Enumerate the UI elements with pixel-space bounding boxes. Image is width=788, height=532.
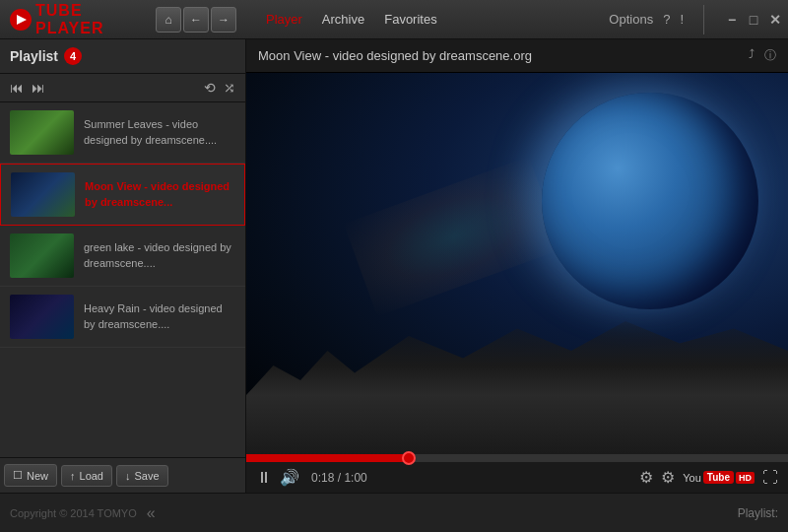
- controls-row: ⏸ 🔊 0:18 / 1:00 ⚙ ⚙ You Tube HD ⛶: [246, 462, 788, 493]
- playlist-header: Playlist 4: [0, 39, 245, 74]
- list-item[interactable]: green lake - video designed by dreamscen…: [0, 226, 245, 287]
- time-display: 0:18 / 1:00: [311, 471, 367, 485]
- new-label: New: [27, 470, 48, 482]
- item-title: Summer Leaves - video designed by dreams…: [84, 117, 235, 148]
- time-total: 1:00: [344, 471, 366, 485]
- item-title: green lake - video designed by dreamscen…: [84, 240, 235, 271]
- list-item[interactable]: Moon View - video designed by dreamscene…: [0, 164, 245, 226]
- settings-icon[interactable]: ⚙: [639, 468, 653, 487]
- copyright-text: Copyright © 2014 TOMYO: [10, 507, 137, 519]
- video-background: [246, 73, 788, 454]
- divider: [703, 5, 704, 34]
- app-logo: TUBE PLAYER: [35, 2, 146, 37]
- youtube-tube: Tube: [703, 471, 734, 484]
- item-thumbnail: [10, 110, 74, 155]
- list-item[interactable]: Summer Leaves - video designed by dreams…: [0, 102, 245, 164]
- menu-player[interactable]: Player: [266, 12, 302, 27]
- load-button[interactable]: ↑ Load: [61, 465, 112, 487]
- shuffle-button[interactable]: ⤮: [224, 80, 235, 96]
- player-titlebar: Moon View - video designed by dreamscene…: [246, 39, 788, 73]
- item-title: Moon View - video designed by dreamscene…: [85, 179, 234, 210]
- new-icon: ☐: [13, 469, 23, 482]
- menu-area: Player Archive Favorites: [246, 12, 609, 27]
- player-header-icons: ⤴ ⓘ: [749, 47, 776, 64]
- back-button[interactable]: ←: [183, 7, 209, 33]
- sidebar: Playlist 4 ⏮ ⏭ ⟲ ⤮ Summer Leaves - video…: [0, 39, 246, 493]
- video-container: [246, 73, 788, 454]
- item-title: Heavy Rain - video designed by dreamscen…: [84, 301, 235, 332]
- playlist-controls: ⏮ ⏭ ⟲ ⤮: [0, 74, 245, 102]
- nebula-effect: [344, 157, 562, 316]
- volume-icon[interactable]: 🔊: [280, 468, 299, 487]
- youtube-you: You: [683, 472, 701, 484]
- video-title: Moon View - video designed by dreamscene…: [258, 48, 532, 63]
- options-button[interactable]: Options: [609, 12, 653, 27]
- repeat-button[interactable]: ⟲: [204, 80, 216, 96]
- nav-arrows-icon[interactable]: «: [147, 504, 156, 522]
- save-label: Save: [135, 470, 160, 482]
- hd-badge: HD: [736, 472, 755, 484]
- item-thumbnail: [10, 295, 74, 339]
- playlist-status: Playlist:: [472, 506, 778, 520]
- save-icon: ↓: [125, 470, 131, 482]
- home-button[interactable]: ⌂: [156, 7, 181, 33]
- logo-player: PLAYER: [35, 20, 103, 36]
- load-icon: ↑: [70, 470, 76, 482]
- pause-button[interactable]: ⏸: [256, 469, 272, 487]
- info-icon[interactable]: ⓘ: [764, 47, 776, 64]
- main-layout: Playlist 4 ⏮ ⏭ ⟲ ⤮ Summer Leaves - video…: [0, 39, 788, 493]
- title-bar: TUBE PLAYER ⌂ ← → Player Archive Favorit…: [0, 0, 788, 39]
- maximize-button[interactable]: □: [746, 12, 761, 28]
- options-area: Options ? !: [609, 12, 684, 27]
- logo-tube: TUBE: [35, 2, 83, 19]
- player-area: Moon View - video designed by dreamscene…: [246, 39, 788, 493]
- prev-track-button[interactable]: ⏮: [10, 80, 24, 96]
- new-button[interactable]: ☐ New: [4, 464, 57, 487]
- item-thumbnail: [10, 233, 74, 278]
- share-icon[interactable]: ⤴: [749, 47, 755, 64]
- menu-archive[interactable]: Archive: [322, 12, 364, 27]
- progress-thumb[interactable]: [402, 451, 416, 465]
- next-track-button[interactable]: ⏭: [32, 80, 45, 96]
- earth-visual: [542, 93, 758, 309]
- progress-fill: [246, 454, 409, 462]
- window-controls-area: Options ? ! − □ ✕: [609, 5, 788, 34]
- playlist-items: Summer Leaves - video designed by dreams…: [0, 102, 245, 457]
- status-left: Copyright © 2014 TOMYO «: [10, 504, 156, 522]
- info-button[interactable]: !: [680, 12, 684, 27]
- gear-icon[interactable]: ⚙: [661, 468, 675, 487]
- menu-favorites[interactable]: Favorites: [384, 12, 436, 27]
- load-label: Load: [80, 470, 103, 482]
- nav-buttons: ⌂ ← →: [156, 7, 236, 33]
- minimize-button[interactable]: −: [724, 12, 740, 28]
- forward-button[interactable]: →: [211, 7, 236, 33]
- playlist-count-badge: 4: [64, 47, 82, 65]
- sidebar-footer: ☐ New ↑ Load ↓ Save: [0, 457, 245, 493]
- list-item[interactable]: Heavy Rain - video designed by dreamscen…: [0, 287, 245, 348]
- close-button[interactable]: ✕: [767, 12, 783, 28]
- logo-area: TUBE PLAYER ⌂ ← →: [0, 2, 246, 37]
- window-controls: − □ ✕: [724, 12, 783, 28]
- playlist-label: Playlist: [10, 48, 58, 64]
- help-button[interactable]: ?: [663, 12, 670, 27]
- fullscreen-button[interactable]: ⛶: [762, 469, 778, 487]
- progress-bar[interactable]: [246, 454, 788, 462]
- save-button[interactable]: ↓ Save: [116, 465, 168, 487]
- time-current: 0:18: [311, 471, 334, 485]
- status-bar: Copyright © 2014 TOMYO « Playlist:: [0, 493, 788, 532]
- player-controls: ⏸ 🔊 0:18 / 1:00 ⚙ ⚙ You Tube HD ⛶: [246, 454, 788, 493]
- terrain-visual: [246, 306, 788, 454]
- play-logo-icon: [10, 9, 32, 31]
- item-thumbnail: [11, 172, 75, 217]
- youtube-logo: You Tube HD: [683, 471, 755, 484]
